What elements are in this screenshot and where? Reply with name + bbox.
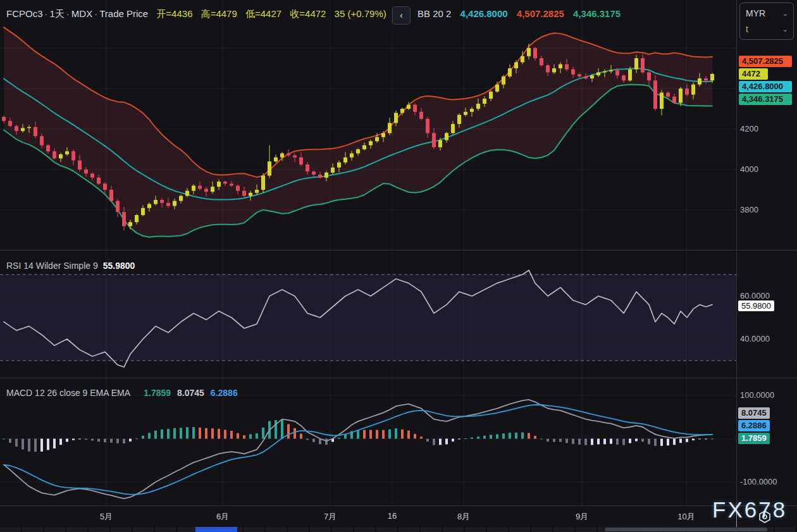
macd-histogram-bar: [154, 431, 157, 439]
panel-separator[interactable]: [0, 378, 797, 378]
candle-body: [147, 204, 151, 207]
price-label: 4,507.2825: [739, 56, 792, 67]
macd-histogram-bar: [129, 439, 132, 442]
price-axis[interactable]: MYR ⌄ t ⌄ 4200400038004,507.282544724,42…: [737, 0, 797, 532]
rsi-panel[interactable]: [0, 270, 736, 367]
candle-body: [691, 85, 695, 95]
candle-body: [312, 171, 316, 175]
macd-histogram-bar: [180, 428, 182, 438]
macd-histogram-bar: [218, 429, 220, 439]
scrollbar-active-segment[interactable]: [195, 527, 237, 532]
rsi-panel-header[interactable]: RSI 14 Wilder Simple 955.9800: [6, 261, 135, 271]
macd-histogram-bar: [116, 439, 119, 443]
candle-body: [318, 175, 322, 178]
macd-histogram-bar: [686, 439, 688, 442]
candle-body: [552, 68, 556, 72]
macd-line: [4, 400, 712, 498]
macd-tick: -100.0000: [740, 477, 777, 486]
bb-basis-value: 4,426.8000: [460, 8, 508, 19]
macd-value-marker: 8.0745: [738, 407, 770, 419]
bb-upper-value: 4,507.2825: [517, 8, 564, 19]
macd-histogram-bar: [641, 439, 644, 442]
collapse-indicators-button[interactable]: ‹: [392, 6, 411, 25]
rsi-value-marker: 55.9800: [738, 300, 774, 311]
macd-histogram-bar: [300, 434, 302, 439]
bottom-scrollbar[interactable]: [0, 527, 797, 532]
ohlc-low: 低=4427: [245, 8, 281, 19]
candle-body: [299, 158, 303, 164]
scrollbar-thumb[interactable]: [605, 528, 767, 531]
macd-histogram-bar: [452, 439, 454, 442]
bb-lower-value: 4,346.3175: [573, 8, 621, 19]
time-tick: 9月: [576, 511, 588, 523]
macd-histogram-bar: [502, 433, 505, 438]
candle-body: [204, 189, 208, 192]
macd-histogram-bar: [483, 436, 486, 439]
candle-body: [508, 68, 512, 77]
macd-histogram-bar: [622, 439, 625, 445]
time-tick: 5月: [100, 511, 113, 523]
candle-body: [710, 74, 714, 80]
macd-histogram-bar: [433, 439, 435, 445]
candle-body: [293, 156, 297, 158]
candle-body: [236, 186, 240, 191]
candle-body: [59, 154, 63, 158]
interval-label[interactable]: 1天: [50, 8, 65, 19]
macd-histogram-bar: [509, 433, 511, 438]
macd-histogram-bar: [660, 439, 663, 446]
candle-body: [362, 145, 366, 149]
macd-title[interactable]: MACD 12 26 close 9 EMA EMA: [6, 388, 130, 398]
candle-body: [419, 112, 423, 119]
macd-histogram-bar: [616, 439, 619, 445]
chart-canvas[interactable]: [0, 0, 736, 506]
macd-histogram-bar: [597, 439, 600, 445]
macd-histogram-bar: [578, 439, 581, 445]
bb-title[interactable]: BB 20 2: [417, 8, 451, 19]
candle-body: [261, 176, 265, 190]
panel-separator[interactable]: [0, 250, 797, 251]
candle-body: [609, 70, 613, 71]
candle-body: [230, 183, 233, 185]
time-tick: 10月: [677, 511, 695, 523]
macd-histogram-bar: [135, 438, 138, 439]
candle-body: [622, 75, 626, 80]
macd-histogram-bar: [445, 439, 448, 445]
candle-body: [489, 92, 493, 99]
macd-histogram-bar: [205, 428, 207, 439]
currency-dropdown[interactable]: MYR ⌄: [746, 6, 789, 21]
unit-dropdown[interactable]: t ⌄: [746, 22, 789, 37]
symbol-name[interactable]: FCPOc3: [6, 8, 43, 19]
unit-value: t: [746, 24, 748, 34]
macd-histogram-bar: [528, 433, 530, 438]
macd-histogram-bar: [312, 439, 315, 442]
macd-histogram-bar: [565, 439, 568, 443]
bb-fill: [4, 27, 712, 237]
candle-body: [324, 173, 328, 178]
rsi-title[interactable]: RSI 14 Wilder Simple 9: [6, 261, 98, 271]
candle-body: [141, 208, 145, 215]
macd-histogram-bar: [496, 434, 498, 438]
macd-histogram-bar: [426, 439, 429, 442]
macd-histogram-bar: [173, 428, 176, 439]
candle-body: [464, 112, 467, 115]
candle-body: [394, 113, 398, 123]
macd-histogram-bar: [673, 439, 676, 445]
macd-histogram-bar: [192, 427, 195, 438]
main-price-panel[interactable]: [2, 27, 714, 237]
candle-body: [698, 78, 701, 85]
candle-body: [268, 161, 271, 175]
candle-body: [647, 72, 651, 80]
macd-panel-header[interactable]: MACD 12 26 close 9 EMA EMA 1.78598.07456…: [6, 388, 238, 398]
macd-histogram-bar: [584, 439, 587, 445]
candle-body: [343, 158, 347, 163]
candle-body: [249, 193, 252, 196]
macd-panel[interactable]: [0, 395, 736, 498]
macd-histogram-bar: [287, 424, 290, 439]
macd-histogram-bar: [679, 439, 682, 443]
time-axis[interactable]: 5月6月7月168月9月10月: [0, 506, 736, 527]
macd-histogram-bar: [325, 439, 328, 445]
candle-body: [653, 80, 657, 109]
rsi-tick: 40.0000: [740, 334, 770, 343]
macd-histogram-bar: [293, 428, 296, 439]
candle-body: [15, 126, 18, 131]
